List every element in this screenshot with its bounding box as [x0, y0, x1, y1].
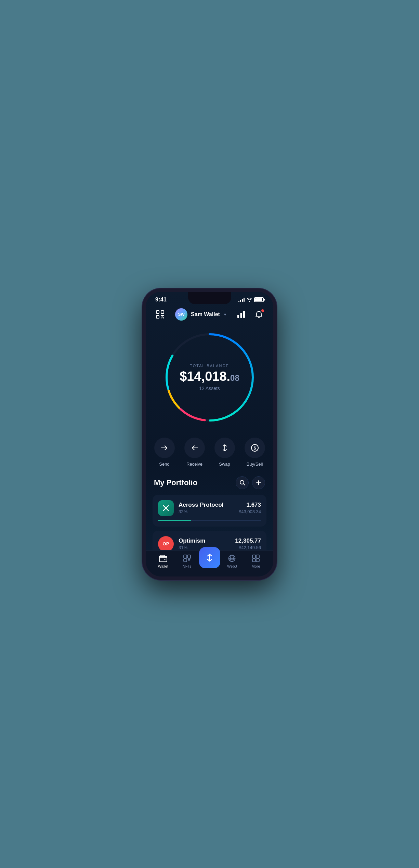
portfolio-actions [236, 476, 265, 489]
notification-bell-icon[interactable] [253, 308, 265, 321]
portfolio-header: My Portfolio [153, 476, 266, 489]
nfts-nav-label: NFTs [183, 564, 192, 568]
header-right [235, 308, 265, 321]
balance-section: TOTAL BALANCE $14,018.08 12 Assets [146, 326, 273, 432]
signal-bars-icon [238, 297, 245, 302]
swap-center-icon [205, 553, 214, 562]
svg-rect-2 [156, 315, 159, 318]
svg-line-5 [162, 317, 164, 318]
svg-rect-38 [256, 555, 259, 558]
asset-usd-across: $43,003.34 [239, 509, 261, 514]
balance-assets: 12 Assets [180, 386, 239, 391]
nav-nfts[interactable]: NFTs [175, 554, 199, 568]
buysell-button[interactable]: $ Buy/Sell [245, 438, 265, 467]
scan-icon[interactable] [154, 308, 166, 321]
nav-wallet[interactable]: Wallet [151, 554, 175, 568]
avatar: SW [175, 308, 187, 321]
svg-line-20 [243, 484, 245, 485]
svg-rect-28 [187, 555, 191, 558]
asset-amount-optimism: 12,305.77 [235, 537, 261, 544]
optimism-icon: OP [158, 536, 174, 552]
svg-rect-0 [156, 311, 159, 313]
wallet-nav-icon [159, 554, 168, 563]
action-buttons: Send Receive [146, 432, 273, 476]
balance-label: TOTAL BALANCE [180, 364, 239, 368]
status-time: 9:41 [155, 297, 167, 303]
svg-rect-37 [252, 555, 256, 558]
asset-usd-optimism: $42,149.56 [235, 545, 261, 550]
receive-label: Receive [186, 462, 202, 467]
send-label: Send [159, 462, 169, 467]
svg-rect-39 [252, 559, 256, 562]
svg-rect-25 [159, 556, 167, 562]
svg-rect-29 [184, 559, 187, 562]
send-button[interactable]: Send [154, 438, 175, 467]
asset-progress-across [158, 520, 261, 521]
svg-rect-6 [237, 315, 239, 318]
phone-frame: 9:41 [142, 288, 277, 580]
add-asset-button[interactable] [252, 476, 265, 489]
swap-label: Swap [219, 462, 230, 467]
asset-amount-across: 1.673 [239, 502, 261, 508]
receive-button[interactable]: Receive [184, 438, 205, 467]
swap-button[interactable]: Swap [214, 438, 235, 467]
battery-icon [254, 297, 264, 302]
header-left [154, 308, 166, 321]
balance-info: TOTAL BALANCE $14,018.08 12 Assets [180, 364, 239, 391]
asset-name-across: Across Protocol [179, 502, 234, 508]
svg-rect-1 [161, 311, 164, 313]
asset-percent-across: 32% [179, 509, 234, 514]
svg-rect-7 [240, 313, 242, 318]
balance-amount: $14,018.08 [180, 370, 239, 383]
asset-name-optimism: Optimism [179, 537, 230, 544]
nfts-nav-icon [183, 554, 192, 563]
portfolio-title: My Portfolio [154, 478, 197, 487]
svg-text:$: $ [253, 446, 256, 451]
chevron-down-icon: ▾ [224, 312, 226, 317]
notification-dot [261, 309, 264, 312]
wallet-selector[interactable]: SW Sam Wallet ▾ [175, 308, 226, 321]
nav-web3[interactable]: Web3 [220, 554, 244, 568]
more-nav-icon [251, 554, 260, 563]
svg-point-26 [164, 559, 165, 560]
across-protocol-icon [158, 500, 174, 516]
svg-rect-40 [256, 559, 259, 562]
search-button[interactable] [236, 476, 249, 489]
more-nav-label: More [252, 564, 260, 568]
balance-circle: TOTAL BALANCE $14,018.08 12 Assets [162, 329, 258, 425]
screen: 9:41 [146, 292, 273, 576]
nav-center-button[interactable] [199, 547, 220, 568]
buysell-label: Buy/Sell [247, 462, 263, 467]
nav-more[interactable]: More [244, 554, 268, 568]
bottom-nav: Wallet NFTs [146, 550, 273, 576]
header: SW Sam Wallet ▾ [146, 306, 273, 326]
svg-rect-8 [243, 311, 245, 318]
wifi-icon [247, 297, 252, 302]
svg-rect-27 [184, 555, 187, 558]
chart-icon[interactable] [235, 308, 247, 321]
asset-card-across[interactable]: Across Protocol 32% 1.673 $43,003.34 [153, 495, 266, 527]
wallet-name: Sam Wallet [191, 311, 220, 318]
wallet-nav-label: Wallet [158, 564, 168, 568]
web3-nav-icon [227, 554, 236, 563]
status-icons [238, 297, 264, 302]
status-bar: 9:41 [146, 292, 273, 306]
web3-nav-label: Web3 [227, 564, 237, 568]
